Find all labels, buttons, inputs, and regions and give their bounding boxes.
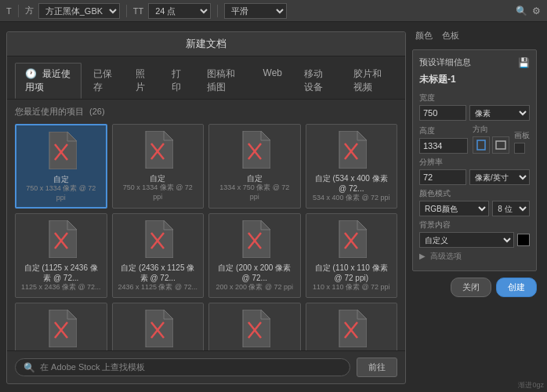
panel-tabs: 颜色 色板 (412, 28, 537, 43)
tab-recent[interactable]: 🕐 最近使用项 (15, 63, 82, 99)
item-name: 自定 (110 x 110 像素 @ 72 ppi) (311, 263, 393, 283)
grid-item[interactable] (15, 303, 107, 350)
grid-item[interactable]: 自定 (200 x 200 像素 @ 72... 200 x 200 像素 @ … (208, 213, 301, 298)
item-size: 1125 x 2436 像素 @ 72... (21, 283, 101, 292)
new-document-dialog: 新建文档 🕐 最近使用项 已保存 照片 打印 图稿和插图 Web (6, 31, 406, 384)
width-input[interactable] (419, 105, 466, 121)
preset-detail-label: 预设详细信息 (419, 56, 471, 68)
main-area: 新建文档 🕐 最近使用项 已保存 照片 打印 图稿和插图 Web (0, 22, 547, 392)
preset-header: 预设详细信息 💾 (419, 56, 530, 68)
file-icon (142, 310, 173, 347)
toolbar-right: 🔍 ⚙ (516, 5, 541, 16)
file-icon (239, 310, 270, 347)
grid-item[interactable]: 自定 1334 x 750 像素 @ 72 ppi (208, 124, 301, 209)
item-name: 自定 (53, 174, 69, 184)
preset-name: 未标题-1 (419, 73, 530, 86)
file-icon (239, 131, 270, 169)
anti-alias-select[interactable]: 平滑 (224, 3, 287, 19)
file-icon (335, 131, 367, 169)
grid-item[interactable] (112, 303, 205, 350)
stock-search-bar[interactable]: 🔍 在 Adobe Stock 上查找模板 (15, 358, 350, 376)
width-label: 宽度 (419, 93, 530, 103)
grid-item[interactable]: 自定 (534 x 400 像素 @ 72... 534 x 400 像素 @ … (306, 124, 398, 209)
dialog-bottom: 🔍 在 Adobe Stock 上查找模板 前往 (7, 350, 405, 383)
font-size-select[interactable]: 24 点 (148, 3, 211, 19)
preset-save-icon[interactable]: 💾 (518, 57, 530, 68)
width-unit-select[interactable]: 像素 (469, 105, 530, 121)
bg-row: 自定义 (419, 232, 530, 248)
grid-item[interactable]: 自定 750 x 1334 像素 @ 72 ppi (15, 124, 107, 209)
tab-print[interactable]: 打印 (161, 63, 195, 99)
svg-rect-24 (477, 140, 485, 150)
tab-swatches[interactable]: 色板 (439, 28, 462, 43)
clock-icon: 🕐 (25, 68, 37, 79)
recent-header: 您最近使用的项目 (26) (15, 106, 397, 118)
file-icon (142, 131, 173, 169)
item-size: 110 x 110 像素 @ 72 ppi (313, 283, 390, 292)
font-family-select[interactable]: 方正黑体_GBK (38, 3, 120, 19)
stock-search-placeholder: 在 Adobe Stock 上查找模板 (40, 361, 146, 373)
height-label: 高度 (419, 125, 468, 136)
search-icon[interactable]: 🔍 (516, 5, 527, 16)
grid-item[interactable]: 自定 750 x 1334 像素 @ 72 ppi (112, 124, 205, 209)
item-size: 750 x 1334 像素 @ 72 ppi (118, 183, 199, 201)
gear-icon[interactable]: ⚙ (532, 5, 541, 16)
separator-2 (126, 5, 127, 17)
colormode-row: RGB颜色 8 位 (419, 201, 530, 216)
artboard-section: 画板 (514, 130, 530, 154)
resolution-unit-select[interactable]: 像素/英寸 (469, 169, 530, 185)
item-size: 750 x 1334 像素 @ 72 ppi (21, 184, 101, 202)
advanced-options[interactable]: ▶ 高级选项 (419, 251, 530, 262)
close-button[interactable]: 关闭 (451, 278, 491, 297)
item-name: 自定 (2436 x 1125 像素 @ 72... (118, 263, 199, 283)
bits-select[interactable]: 8 位 (492, 201, 530, 216)
colormode-label: 颜色模式 (419, 188, 530, 199)
font-size-label: TT (133, 6, 143, 16)
recent-section: 您最近使用的项目 (26) 自定 750 x 1334 像素 @ 72 ppi (7, 100, 405, 350)
file-icon (142, 220, 173, 258)
item-name: 自定 (1125 x 2436 像素 @ 72... (20, 263, 102, 283)
right-panel: 颜色 色板 预设详细信息 💾 未标题-1 宽度 像素 高度 (406, 22, 543, 392)
file-icon (45, 132, 77, 169)
grid-item[interactable]: 自定 (110 x 110 像素 @ 72 ppi) 110 x 110 像素 … (306, 213, 398, 298)
item-size: 2436 x 1125 像素 @ 72... (118, 283, 197, 292)
tab-saved[interactable]: 已保存 (83, 63, 124, 99)
grid-item[interactable]: 自定 (2436 x 1125 像素 @ 72... 2436 x 1125 像… (112, 213, 205, 298)
artboard-checkbox[interactable] (514, 143, 525, 154)
bg-label: 背景内容 (419, 220, 530, 230)
separator-3 (217, 5, 218, 17)
width-row: 像素 (419, 105, 530, 121)
artboard-label: 画板 (514, 130, 530, 141)
tab-film[interactable]: 胶片和视频 (343, 63, 397, 99)
item-name: 自定 (150, 173, 165, 183)
colormode-select[interactable]: RGB颜色 (419, 201, 489, 216)
orientation-buttons (473, 136, 509, 154)
landscape-btn[interactable] (492, 136, 509, 154)
tab-photo[interactable]: 照片 (125, 63, 159, 99)
tab-color[interactable]: 颜色 (412, 28, 436, 43)
item-size: 200 x 200 像素 @ 72 ppi (216, 283, 293, 292)
file-icon (239, 220, 270, 258)
svg-rect-25 (496, 141, 505, 149)
grid-item[interactable] (208, 303, 301, 350)
stock-search-icon: 🔍 (24, 362, 35, 373)
item-name: 自定 (247, 173, 263, 183)
prev-button[interactable]: 前往 (357, 358, 397, 377)
height-input[interactable] (419, 138, 468, 154)
bg-select[interactable]: 自定义 (419, 232, 514, 248)
file-icon (45, 310, 77, 347)
grid-item[interactable] (306, 303, 398, 350)
grid-item[interactable]: 自定 (1125 x 2436 像素 @ 72... 1125 x 2436 像… (15, 213, 107, 298)
file-icon (335, 310, 367, 347)
watermark: 渐进0gz (518, 380, 544, 390)
portrait-btn[interactable] (473, 136, 490, 154)
tab-web[interactable]: Web (253, 63, 292, 99)
bg-color-swatch[interactable] (517, 234, 530, 246)
file-icon (45, 220, 77, 258)
resolution-input[interactable] (419, 169, 466, 185)
item-size: 534 x 400 像素 @ 72 ppi (313, 194, 390, 203)
tab-art[interactable]: 图稿和插图 (197, 63, 251, 99)
create-button[interactable]: 创建 (496, 278, 537, 297)
bottom-buttons: 关闭 创建 (412, 278, 537, 297)
tab-mobile[interactable]: 移动设备 (294, 63, 342, 99)
